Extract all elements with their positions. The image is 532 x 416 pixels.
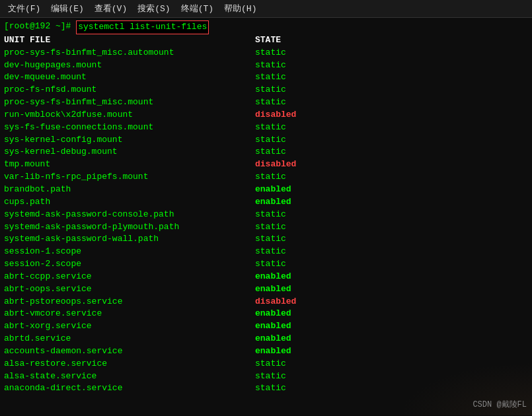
unit-name: abrt-vmcore.service bbox=[4, 308, 255, 320]
unit-state: static bbox=[255, 258, 286, 271]
table-row: alsa-state.servicestatic bbox=[4, 370, 528, 383]
unit-state: static bbox=[255, 146, 286, 158]
table-row: proc-fs-nfsd.mountstatic bbox=[4, 84, 528, 96]
unit-state: enabled bbox=[255, 308, 291, 320]
unit-name: var-lib-nfs-rpc_pipefs.mount bbox=[4, 171, 255, 184]
unit-name: abrtd.service bbox=[4, 333, 255, 345]
unit-name: abrt-ccpp.service bbox=[4, 271, 255, 283]
unit-name: cups.path bbox=[4, 196, 255, 209]
unit-name: alsa-state.service bbox=[4, 370, 255, 383]
unit-state: enabled bbox=[255, 320, 291, 333]
unit-state: enabled bbox=[255, 333, 291, 345]
unit-state: static bbox=[255, 47, 286, 59]
unit-name: systemd-ask-password-plymouth.path bbox=[4, 221, 255, 234]
terminal: [root@192 ~]# systemctl list-unit-files … bbox=[0, 18, 532, 415]
menu-search[interactable]: 搜索(S) bbox=[132, 1, 175, 16]
table-row: abrtd.serviceenabled bbox=[4, 333, 528, 345]
unit-name: run-vmblock\x2dfuse.mount bbox=[4, 109, 255, 121]
table-row: systemd-ask-password-plymouth.pathstatic bbox=[4, 221, 528, 234]
menu-file[interactable]: 文件(F) bbox=[3, 1, 46, 16]
table-row: systemd-ask-password-wall.pathstatic bbox=[4, 233, 528, 246]
table-row: var-lib-nfs-rpc_pipefs.mountstatic bbox=[4, 171, 528, 184]
table-row: proc-sys-fs-binfmt_misc.automountstatic bbox=[4, 47, 528, 59]
unit-state: disabled bbox=[255, 158, 296, 171]
unit-name: abrt-pstoreoops.service bbox=[4, 296, 255, 308]
unit-state: static bbox=[255, 246, 286, 258]
menubar: 文件(F) 编辑(E) 查看(V) 搜索(S) 终端(T) 帮助(H) bbox=[0, 0, 532, 18]
table-row: abrt-oops.serviceenabled bbox=[4, 283, 528, 296]
unit-state: enabled bbox=[255, 184, 291, 196]
prompt: [root@192 ~]# bbox=[4, 20, 76, 34]
table-row: systemd-ask-password-console.pathstatic bbox=[4, 209, 528, 221]
table-row: run-vmblock\x2dfuse.mountdisabled bbox=[4, 109, 528, 121]
unit-name: dev-mqueue.mount bbox=[4, 71, 255, 84]
unit-state: static bbox=[255, 382, 286, 395]
unit-state: static bbox=[255, 71, 286, 84]
menu-edit[interactable]: 编辑(E) bbox=[46, 1, 89, 16]
menu-terminal[interactable]: 终端(T) bbox=[176, 1, 219, 16]
table-row: session-1.scopestatic bbox=[4, 246, 528, 258]
table-row: abrt-vmcore.serviceenabled bbox=[4, 308, 528, 320]
unit-state: enabled bbox=[255, 271, 291, 283]
table-row: abrt-ccpp.serviceenabled bbox=[4, 271, 528, 283]
menu-view[interactable]: 查看(V) bbox=[89, 1, 132, 16]
table-row: dev-hugepages.mountstatic bbox=[4, 59, 528, 72]
unit-name: accounts-daemon.service bbox=[4, 345, 255, 358]
table-row: anaconda-direct.servicestatic bbox=[4, 382, 528, 395]
unit-name: tmp.mount bbox=[4, 158, 255, 171]
table-row: sys-kernel-config.mountstatic bbox=[4, 134, 528, 147]
unit-name: systemd-ask-password-console.path bbox=[4, 209, 255, 221]
command-text: systemctl list-unit-files bbox=[76, 20, 209, 34]
unit-name: brandbot.path bbox=[4, 184, 255, 196]
unit-name: proc-sys-fs-binfmt_misc.mount bbox=[4, 96, 255, 109]
table-row: session-2.scopestatic bbox=[4, 258, 528, 271]
unit-state: static bbox=[255, 96, 286, 109]
unit-name: session-1.scope bbox=[4, 246, 255, 258]
unit-state: enabled bbox=[255, 196, 291, 209]
unit-state: static bbox=[255, 59, 286, 72]
unit-state: disabled bbox=[255, 296, 296, 308]
unit-name: proc-fs-nfsd.mount bbox=[4, 84, 255, 96]
unit-name: proc-sys-fs-binfmt_misc.automount bbox=[4, 47, 255, 59]
table-row: sys-fs-fuse-connections.mountstatic bbox=[4, 121, 528, 134]
unit-state: static bbox=[255, 134, 286, 147]
unit-state: static bbox=[255, 370, 286, 383]
unit-state: static bbox=[255, 221, 286, 234]
table-row: brandbot.pathenabled bbox=[4, 184, 528, 196]
unit-name: abrt-oops.service bbox=[4, 283, 255, 296]
unit-state: disabled bbox=[255, 109, 296, 121]
unit-state: static bbox=[255, 233, 286, 246]
table-row: sys-kernel-debug.mountstatic bbox=[4, 146, 528, 158]
menu-help[interactable]: 帮助(H) bbox=[219, 1, 262, 16]
unit-state: static bbox=[255, 358, 286, 370]
unit-name: alsa-restore.service bbox=[4, 358, 255, 370]
watermark: CSDN @戴陵FL bbox=[473, 399, 527, 410]
unit-name: systemd-ask-password-wall.path bbox=[4, 233, 255, 246]
unit-name: sys-fs-fuse-connections.mount bbox=[4, 121, 255, 134]
unit-name: abrt-xorg.service bbox=[4, 320, 255, 333]
unit-name: sys-kernel-config.mount bbox=[4, 134, 255, 147]
unit-name: dev-hugepages.mount bbox=[4, 59, 255, 72]
table-row: abrt-pstoreoops.servicedisabled bbox=[4, 296, 528, 308]
header-state: STATE bbox=[255, 34, 281, 47]
table-header: UNIT FILESTATE bbox=[4, 34, 528, 47]
table-row: accounts-daemon.serviceenabled bbox=[4, 345, 528, 358]
unit-state: static bbox=[255, 171, 286, 184]
header-unit: UNIT FILE bbox=[4, 34, 255, 47]
table-row: cups.pathenabled bbox=[4, 196, 528, 209]
unit-name: anaconda-direct.service bbox=[4, 382, 255, 395]
table-row: tmp.mountdisabled bbox=[4, 158, 528, 171]
table-row: dev-mqueue.mountstatic bbox=[4, 71, 528, 84]
table-row: alsa-restore.servicestatic bbox=[4, 358, 528, 370]
unit-state: static bbox=[255, 121, 286, 134]
rows-container: proc-sys-fs-binfmt_misc.automountstaticd… bbox=[4, 47, 528, 396]
unit-state: static bbox=[255, 84, 286, 96]
command-line: [root@192 ~]# systemctl list-unit-files bbox=[4, 20, 528, 34]
unit-state: static bbox=[255, 209, 286, 221]
table-row: abrt-xorg.serviceenabled bbox=[4, 320, 528, 333]
unit-name: sys-kernel-debug.mount bbox=[4, 146, 255, 158]
unit-state: enabled bbox=[255, 283, 291, 296]
unit-state: enabled bbox=[255, 345, 291, 358]
table-row: proc-sys-fs-binfmt_misc.mountstatic bbox=[4, 96, 528, 109]
unit-name: session-2.scope bbox=[4, 258, 255, 271]
